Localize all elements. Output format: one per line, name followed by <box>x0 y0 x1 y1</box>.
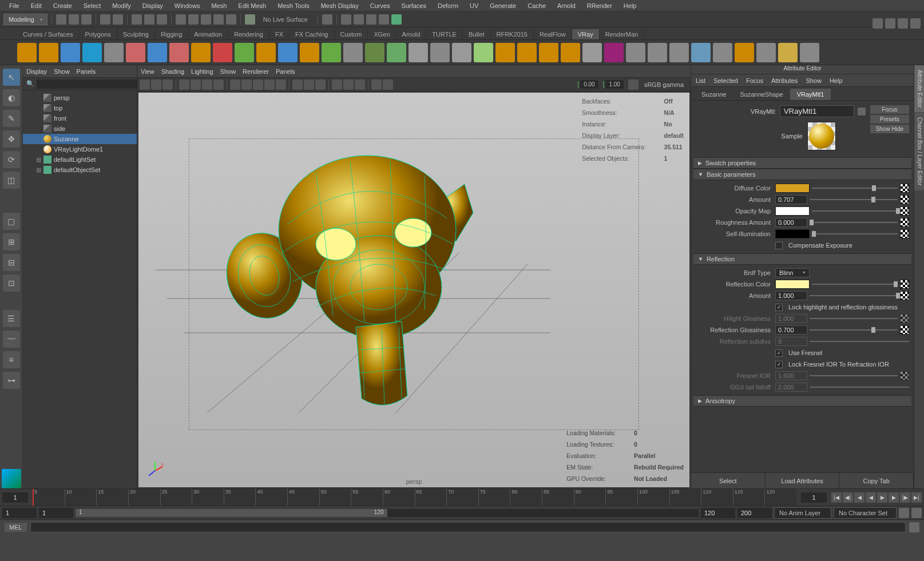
snap-grid-icon[interactable] <box>176 14 186 25</box>
menu-create[interactable]: Create <box>49 1 77 10</box>
shelf-item-29[interactable] <box>648 43 667 62</box>
vp-isolate-icon[interactable] <box>292 79 303 90</box>
select-tool[interactable]: ↖ <box>3 69 20 86</box>
menu-cache[interactable]: Cache <box>523 1 550 10</box>
workspace-dropdown[interactable]: Modeling <box>3 14 47 25</box>
self-illum-swatch[interactable] <box>775 229 810 238</box>
snap-surface-icon[interactable] <box>226 14 236 25</box>
render-settings-icon[interactable] <box>366 14 376 25</box>
time-ruler[interactable]: 5101520253035404550556065707580859095100… <box>33 489 796 506</box>
outliner-menu-display[interactable]: Display <box>26 68 47 75</box>
roughness-slider[interactable] <box>810 218 898 227</box>
outliner-item-top[interactable]: top <box>23 103 137 113</box>
layout-single[interactable]: ▢ <box>3 213 20 230</box>
basic-parameters-header[interactable]: ▼Basic parameters <box>693 169 911 180</box>
shelf-item-32[interactable] <box>713 43 732 62</box>
current-frame-field-right[interactable]: 1 <box>801 492 827 503</box>
vp-gate-mask-icon[interactable] <box>213 79 224 90</box>
layout-two-h[interactable]: ⊟ <box>3 254 20 271</box>
select-mode-icon[interactable] <box>132 14 142 25</box>
outliner-menu-panels[interactable]: Panels <box>77 68 96 75</box>
brdf-type-select[interactable]: Blinn <box>775 268 810 277</box>
outliner-item-persp[interactable]: persp <box>23 93 137 103</box>
refl-amount-map-icon[interactable] <box>900 291 909 300</box>
vp-bookmark-icon[interactable] <box>151 79 161 90</box>
menu-modify[interactable]: Modify <box>108 1 135 10</box>
render-frame-icon[interactable] <box>341 14 351 25</box>
layout-two-v[interactable]: ⊡ <box>3 274 20 292</box>
menu-rrender[interactable]: RRender <box>582 1 617 10</box>
construction-history-icon[interactable] <box>322 14 332 25</box>
menu-edit[interactable]: Edit <box>26 1 46 10</box>
vp-gamma-icon[interactable] <box>383 79 393 90</box>
lasso-icon[interactable] <box>144 14 154 25</box>
shelf-item-0[interactable] <box>17 43 37 62</box>
rotate-tool[interactable]: ⟳ <box>3 151 20 168</box>
step-fwd-button[interactable]: ▶ <box>889 492 899 503</box>
outliner-menu-show[interactable]: Show <box>54 68 70 75</box>
layout2-icon[interactable] <box>885 18 895 29</box>
diffuse-color-map-icon[interactable] <box>900 184 909 193</box>
opacity-map-icon[interactable] <box>900 206 909 216</box>
shelf-item-5[interactable] <box>126 43 145 62</box>
shelf-tab-bullet[interactable]: Bullet <box>463 29 491 39</box>
shelf-item-10[interactable] <box>235 43 254 62</box>
outliner-item-defaultlightset[interactable]: ⊞defaultLightSet <box>23 154 137 165</box>
ae-presets-button[interactable]: Presets <box>870 115 909 124</box>
graph-editor-toggle[interactable]: 〰 <box>3 331 20 348</box>
refl-color-swatch[interactable] <box>775 280 810 289</box>
shelf-item-2[interactable] <box>61 43 80 62</box>
shelf-item-19[interactable] <box>430 43 450 62</box>
shelf-item-6[interactable] <box>148 43 167 62</box>
command-input[interactable] <box>30 522 906 532</box>
layout-four[interactable]: ⊞ <box>3 233 20 250</box>
render-view-icon[interactable] <box>379 14 389 25</box>
autokey-icon[interactable] <box>899 508 909 518</box>
vp-shaded-icon[interactable] <box>241 79 252 90</box>
layout-icon[interactable] <box>873 18 883 29</box>
shelf-tab-renderman[interactable]: RenderMan <box>600 29 644 39</box>
shelf-tab-vray[interactable]: VRay <box>572 29 600 39</box>
paint-select-icon[interactable] <box>157 14 167 25</box>
layout3-icon[interactable] <box>898 18 908 29</box>
range-end-field[interactable]: 200 <box>737 508 772 518</box>
shelf-tab-custom[interactable]: Custom <box>335 29 368 39</box>
shelf-tab-rigging[interactable]: Rigging <box>155 29 188 39</box>
vp-gamma-field[interactable]: 1.00 <box>605 80 623 89</box>
ae-menu-list[interactable]: List <box>696 77 705 84</box>
current-frame-field-left[interactable]: 1 <box>2 492 28 503</box>
roughness-map-icon[interactable] <box>900 218 909 227</box>
outliner-item-defaultobjectset[interactable]: ⊞defaultObjectSet <box>23 165 137 175</box>
expand-icon[interactable]: ⊞ <box>35 166 41 174</box>
shelf-item-14[interactable] <box>322 43 341 62</box>
shelf-tab-fx[interactable]: FX <box>269 29 290 39</box>
diffuse-amount-slider[interactable] <box>810 195 898 204</box>
shelf-item-33[interactable] <box>735 43 754 62</box>
ae-copy-tab-button[interactable]: Copy Tab <box>839 473 914 488</box>
refl-gloss-map-icon[interactable] <box>900 325 909 335</box>
go-end-button[interactable]: ▶| <box>911 492 922 503</box>
opacity-map-swatch[interactable] <box>775 206 810 216</box>
script-lang-label[interactable]: MEL <box>5 523 27 532</box>
menu-help[interactable]: Help <box>619 1 641 10</box>
vp-lights-icon[interactable] <box>264 79 275 90</box>
refl-color-slider[interactable] <box>812 280 898 289</box>
move-tool[interactable]: ✥ <box>3 130 20 148</box>
range-slider[interactable]: 1120 <box>76 509 699 517</box>
vp-xray-joints-icon[interactable] <box>315 79 326 90</box>
outliner-item-vraylightdome1[interactable]: VRayLightDome1 <box>23 144 137 154</box>
shelf-item-1[interactable] <box>39 43 58 62</box>
shelf-item-9[interactable] <box>213 43 232 62</box>
ae-show-hide-button[interactable]: Show Hide <box>870 125 909 133</box>
shelf-item-20[interactable] <box>452 43 471 62</box>
snap-point-icon[interactable] <box>201 14 211 25</box>
shelf-item-35[interactable] <box>778 43 798 62</box>
shelf-item-26[interactable] <box>582 43 602 62</box>
shelf-item-28[interactable] <box>626 43 645 62</box>
vp-gamma-label[interactable]: sRGB gamma <box>640 81 688 88</box>
shelf-item-18[interactable] <box>409 43 428 62</box>
menu-curves[interactable]: Curves <box>366 1 395 10</box>
menu-edit-mesh[interactable]: Edit Mesh <box>233 1 271 10</box>
menu-display[interactable]: Display <box>138 1 168 10</box>
ae-focus-button[interactable]: Focus <box>870 105 909 114</box>
